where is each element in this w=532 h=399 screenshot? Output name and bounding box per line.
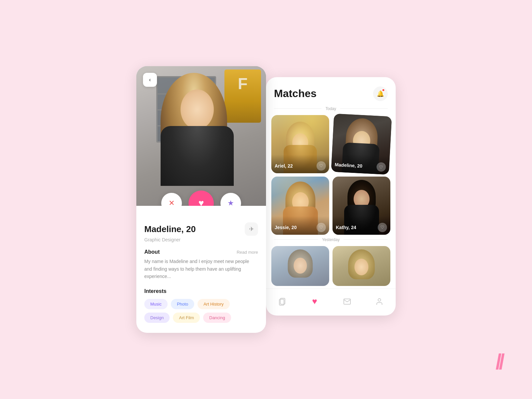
yesterday-divider-right — [343, 239, 388, 240]
read-more-link[interactable]: Read more — [237, 250, 258, 255]
about-header: About Read more — [144, 249, 258, 255]
nav-profile-button[interactable] — [372, 294, 387, 309]
match-card-jessie[interactable]: Jessie, 20 ♡ — [271, 177, 329, 235]
jessie-heart-button[interactable]: ♡ — [317, 223, 326, 232]
interest-tag-artfilm[interactable]: Art Film — [173, 313, 200, 323]
profile-occupation: Graphic Designer — [144, 237, 258, 242]
deco-slash: // — [495, 351, 502, 372]
action-buttons-row: ✕ ♥ ★ — [161, 191, 241, 206]
nav-cards-button[interactable] — [275, 294, 290, 309]
yesterday-divider-left — [274, 239, 318, 240]
matches-card: Matches 🔔 Today — [266, 77, 396, 316]
dislike-button[interactable]: ✕ — [161, 193, 182, 206]
yesterday-card-2[interactable] — [332, 246, 390, 286]
nav-messages-button[interactable] — [340, 294, 354, 309]
yesterday2-figure — [345, 249, 378, 286]
divider-right — [340, 108, 388, 109]
madeline-label: Madeline, 20 ♡ — [331, 153, 390, 175]
kathy-heart-button[interactable]: ♡ — [378, 223, 387, 232]
divider-left — [274, 108, 322, 109]
about-title: About — [144, 249, 160, 255]
ariel-name: Ariel, 22 — [275, 163, 293, 169]
yesterday-divider: Yesterday — [266, 237, 396, 246]
yesterday-matches-grid — [266, 246, 396, 289]
match-card-madeline[interactable]: Madeline, 20 ♡ — [331, 113, 392, 175]
bottom-nav: ♥ — [266, 289, 396, 316]
matches-header: Matches 🔔 — [266, 77, 396, 106]
interest-tag-arthistory[interactable]: Art History — [198, 299, 230, 309]
back-button[interactable]: ‹ — [143, 73, 157, 87]
yesterday1-figure — [284, 249, 317, 286]
yesterday-card-1[interactable] — [271, 246, 329, 286]
like-button[interactable]: ♥ — [189, 191, 214, 206]
match-card-ariel[interactable]: Ariel, 22 ♡ — [271, 115, 329, 173]
interest-tag-design[interactable]: Design — [144, 313, 170, 323]
messages-icon — [343, 298, 351, 306]
back-chevron-icon: ‹ — [149, 77, 151, 83]
cards-icon — [278, 298, 286, 306]
madeline-heart-button[interactable]: ♡ — [376, 162, 386, 172]
notification-button[interactable]: 🔔 — [373, 86, 388, 101]
profile-photo: F ‹ ✕ ♥ ★ — [136, 66, 266, 206]
about-text: My name is Madeline and I enjoy meet new… — [144, 258, 258, 280]
madeline-name: Madeline, 20 — [334, 162, 362, 168]
interests-title: Interests — [144, 288, 258, 294]
interest-tag-music[interactable]: Music — [144, 299, 168, 309]
today-matches-grid: Ariel, 22 ♡ Madeline, 20 ♡ — [266, 115, 396, 237]
jessie-label: Jessie, 20 ♡ — [271, 216, 329, 235]
profile-info-section: Madeline, 20 ✈ Graphic Designer About Re… — [136, 206, 266, 332]
profile-name: Madeline, 20 — [144, 224, 196, 234]
today-label: Today — [326, 106, 336, 111]
matches-title: Matches — [274, 87, 317, 100]
person-figure — [157, 73, 237, 186]
interest-tag-photo[interactable]: Photo — [171, 299, 194, 309]
name-row: Madeline, 20 ✈ — [144, 222, 258, 236]
jessie-name: Jessie, 20 — [275, 225, 297, 230]
today-divider: Today — [266, 106, 396, 115]
superlike-button[interactable]: ★ — [220, 193, 241, 206]
match-card-kathy[interactable]: Kathy, 24 ♡ — [332, 177, 390, 235]
ariel-label: Ariel, 22 ♡ — [271, 155, 329, 173]
message-button[interactable]: ✈ — [245, 222, 258, 236]
notification-dot — [382, 88, 385, 92]
nav-matches-button[interactable]: ♥ — [307, 294, 322, 309]
interests-row: Music Photo Art History Design Art Film … — [144, 299, 258, 323]
kathy-name: Kathy, 24 — [336, 225, 356, 230]
kathy-label: Kathy, 24 ♡ — [332, 216, 390, 235]
profile-card: F ‹ ✕ ♥ ★ — [136, 66, 266, 332]
yesterday-label: Yesterday — [322, 237, 340, 242]
svg-point-2 — [378, 299, 381, 301]
interest-tag-dancing[interactable]: Dancing — [203, 313, 231, 323]
profile-icon — [375, 298, 383, 306]
ariel-heart-button[interactable]: ♡ — [317, 161, 326, 171]
